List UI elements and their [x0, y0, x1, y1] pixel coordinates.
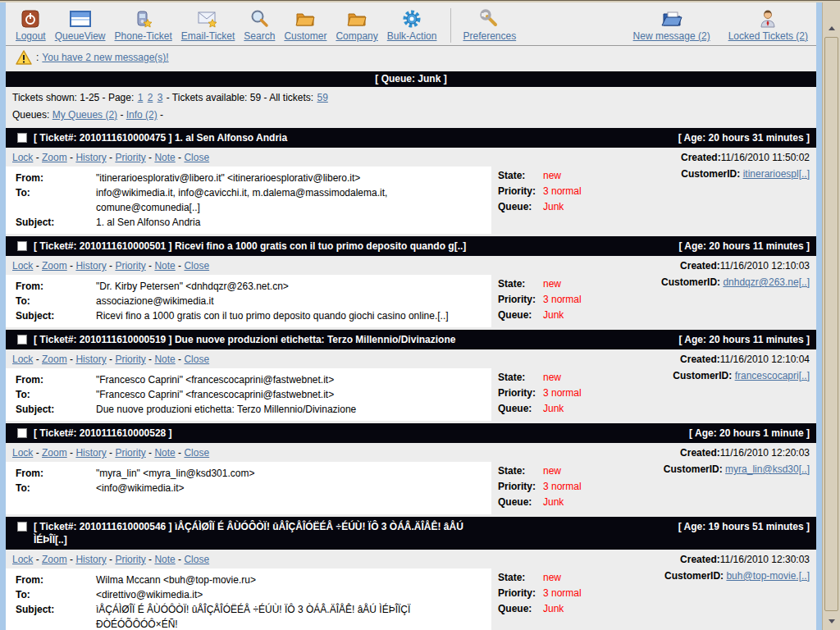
toolbar-link-company[interactable]: Company	[336, 30, 377, 42]
ticket-checkbox[interactable]	[17, 335, 27, 345]
ticket-action-history[interactable]: History	[75, 354, 106, 365]
ticket-action-lock[interactable]: Lock	[12, 354, 33, 365]
toolbar-item-bulk-action[interactable]: Bulk-Action	[387, 7, 437, 43]
company-icon[interactable]	[347, 7, 367, 30]
toolbar-link-queueview[interactable]: QueueView	[55, 30, 106, 42]
ticket-action-zoom[interactable]: Zoom	[42, 447, 67, 459]
ticket-action-note[interactable]: Note	[154, 260, 175, 272]
ticket-checkbox[interactable]	[17, 522, 27, 532]
customer-icon[interactable]	[295, 7, 315, 30]
ticket-action-history[interactable]: History	[75, 447, 106, 459]
ticket-action-note[interactable]: Note	[154, 447, 175, 459]
ticket-action-close[interactable]: Close	[184, 554, 209, 565]
ticket-action-priority[interactable]: Priority	[115, 554, 145, 565]
ticket-action-priority[interactable]: Priority	[115, 152, 145, 163]
ticket-action-lock[interactable]: Lock	[12, 554, 33, 565]
vertical-scrollbar[interactable]	[822, 2, 840, 630]
scrollbar-thumb[interactable]	[824, 37, 838, 611]
ticket-action-priority[interactable]: Priority	[115, 447, 145, 459]
toolbar-link-phone-ticket[interactable]: Phone-Ticket	[115, 30, 172, 42]
queueview-icon[interactable]	[70, 7, 91, 30]
queue-link-my-queues-2[interactable]: My Queues (2)	[52, 109, 117, 121]
ticket-subheader: Lock - Zoom - History - Priority - Note …	[6, 349, 816, 368]
meta-row: State:new	[498, 370, 582, 386]
toolbar-item-new-message-2[interactable]: New message (2)	[633, 7, 710, 42]
ticket-action-close[interactable]: Close	[184, 260, 209, 272]
state-value: new	[543, 370, 561, 386]
ticket-action-note[interactable]: Note	[154, 554, 175, 565]
subject-label: Subject:	[6, 215, 96, 230]
customerid-link[interactable]: dnhdqzr@263.ne[..]	[723, 276, 810, 288]
toolbar-item-logout[interactable]: Logout	[16, 7, 46, 43]
toolbar-link-customer[interactable]: Customer	[284, 30, 326, 42]
customerid-link[interactable]: itinerarioespl[..]	[743, 168, 810, 180]
ticket-body: From:"myra_lin" <myra_lin@ksd301.com>To:…	[6, 462, 816, 514]
toolbar-item-company[interactable]: Company	[336, 7, 377, 43]
ticket-checkbox[interactable]	[17, 428, 27, 438]
ticket-action-lock[interactable]: Lock	[12, 447, 33, 459]
customerid-link[interactable]: francescocapri[..]	[735, 370, 810, 381]
state-label: State:	[498, 570, 543, 586]
toolbar-item-locked-tickets-2[interactable]: Locked Tickets (2)	[728, 7, 808, 42]
ticket-checkbox[interactable]	[17, 241, 27, 251]
phone-ticket-icon[interactable]	[134, 7, 153, 30]
preferences-icon[interactable]	[480, 7, 500, 30]
toolbar-link-new-message-2[interactable]: New message (2)	[633, 30, 710, 42]
page-link-2[interactable]: 2	[148, 92, 153, 103]
bulk-action-icon[interactable]	[402, 7, 422, 30]
ticket-action-zoom[interactable]: Zoom	[42, 554, 67, 565]
ticket-action-close[interactable]: Close	[184, 447, 209, 459]
ticket-action-history[interactable]: History	[75, 554, 106, 565]
toolbar-link-logout[interactable]: Logout	[16, 30, 46, 42]
ticket-action-zoom[interactable]: Zoom	[42, 152, 67, 163]
ticket-action-lock[interactable]: Lock	[12, 152, 33, 163]
ticket-action-history[interactable]: History	[75, 260, 106, 272]
customerid-label: CustomerID:	[673, 370, 732, 381]
scrollbar-down-arrow[interactable]	[823, 615, 840, 627]
action-separator: -	[33, 260, 42, 272]
ticket-action-priority[interactable]: Priority	[115, 260, 145, 272]
scrollbar-up-arrow[interactable]	[823, 22, 840, 34]
ticket-action-zoom[interactable]: Zoom	[42, 260, 67, 272]
toolbar-link-email-ticket[interactable]: Email-Ticket	[181, 30, 235, 42]
toolbar-item-phone-ticket[interactable]: Phone-Ticket	[115, 7, 172, 43]
new-messages-link[interactable]: You have 2 new message(s)!	[42, 52, 168, 63]
toolbar-link-bulk-action[interactable]: Bulk-Action	[387, 30, 437, 42]
ticket-meta: State:newPriority:3 normalQueue:JunkCust…	[491, 275, 816, 327]
ticket-action-lock[interactable]: Lock	[12, 260, 33, 272]
queue-value: Junk	[543, 308, 564, 323]
ticket-action-close[interactable]: Close	[184, 152, 209, 163]
toolbar-item-email-ticket[interactable]: Email-Ticket	[181, 7, 235, 43]
ticket-message-box: From:"Francesco Caprini" <francescocapri…	[6, 368, 491, 421]
ticket-action-note[interactable]: Note	[154, 152, 175, 163]
page-link-1[interactable]: 1	[138, 92, 144, 103]
customerid-link[interactable]: buh@top-movie.[..]	[726, 570, 810, 582]
ticket-action-close[interactable]: Close	[184, 354, 209, 365]
notification-separator: :	[36, 52, 39, 63]
logout-icon[interactable]	[21, 7, 40, 30]
customerid-link[interactable]: myra_lin@ksd30[..]	[725, 463, 810, 475]
toolbar-link-search[interactable]: Search	[244, 30, 275, 42]
email-ticket-icon[interactable]	[198, 7, 219, 30]
toolbar-item-search[interactable]: Search	[244, 7, 275, 43]
page-link-3[interactable]: 3	[158, 92, 163, 103]
toolbar-link-locked-tickets-2[interactable]: Locked Tickets (2)	[728, 30, 808, 42]
locked-tickets-icon[interactable]	[758, 7, 778, 30]
toolbar-item-customer[interactable]: Customer	[284, 7, 326, 43]
all-tickets-link[interactable]: 59	[317, 92, 327, 103]
ticket-subheader: Lock - Zoom - History - Priority - Note …	[6, 148, 816, 167]
search-icon[interactable]	[249, 7, 269, 30]
queue-link-info-2[interactable]: Info (2)	[126, 109, 158, 121]
toolbar-item-preferences[interactable]: Preferences	[463, 7, 516, 43]
ticket-action-history[interactable]: History	[75, 152, 106, 163]
warning-icon	[16, 50, 32, 65]
ticket-checkbox[interactable]	[17, 133, 27, 143]
ticket-actions: Lock - Zoom - History - Priority - Note …	[12, 260, 209, 272]
meta-row: Priority:3 normal	[498, 479, 582, 495]
toolbar-item-queueview[interactable]: QueueView	[55, 7, 106, 43]
ticket-action-zoom[interactable]: Zoom	[42, 354, 67, 365]
ticket-action-priority[interactable]: Priority	[115, 354, 145, 365]
toolbar-link-preferences[interactable]: Preferences	[463, 30, 516, 42]
ticket-action-note[interactable]: Note	[154, 354, 175, 365]
new-message-icon[interactable]	[661, 7, 682, 30]
